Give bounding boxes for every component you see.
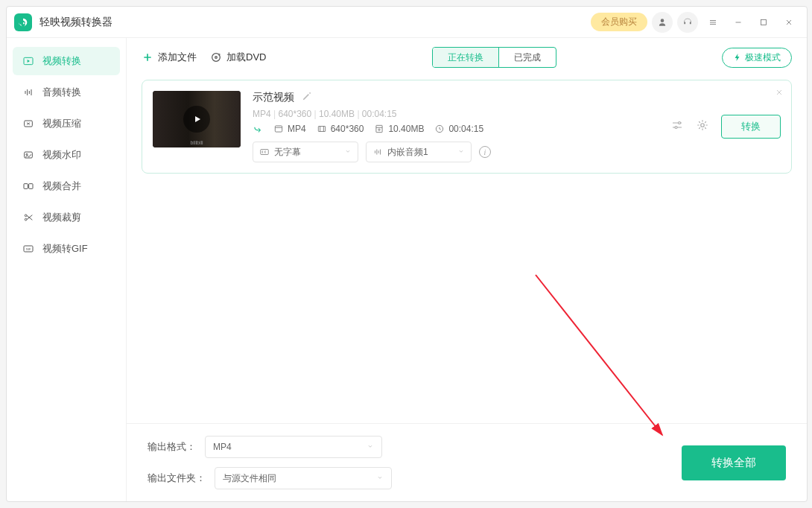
gear-icon[interactable] [696,118,709,135]
footer: 输出格式： MP4 输出文件夹： 与源文件相同 [127,423,807,501]
sidebar: 视频转换 音频转换 视频压缩 视频水印 视频合并 视频裁剪 [7,38,126,501]
play-icon [183,106,210,133]
svg-point-20 [675,127,677,129]
sidebar-item-label: 视频转换 [42,54,81,68]
svg-text:GIF: GIF [26,247,31,251]
convert-button[interactable]: 转换 [721,115,781,139]
audio-convert-icon [22,86,35,99]
source-spec: MP4 640*360 10.40MB 00:04:15 [253,109,659,119]
svg-point-8 [25,218,27,220]
out-format-seg: MP4 [273,124,306,134]
remove-item-icon[interactable] [775,86,784,100]
compress-icon [22,117,35,130]
app-title: 轻映视频转换器 [39,16,591,29]
size-icon [374,124,384,134]
status-tabs: 正在转换 已完成 [432,47,556,68]
video-title: 示范视频 [253,91,294,104]
sidebar-item-audio-convert[interactable]: 音频转换 [13,78,120,107]
convert-all-button[interactable]: 转换全部 [682,445,786,480]
out-size-seg: 10.40MB [374,124,424,134]
app-window: 轻映视频转换器 会员购买 视频转换 音频转换 视频压缩 [6,6,808,502]
out-dur-seg: 00:04:15 [434,124,483,134]
edit-title-icon[interactable] [302,91,312,104]
svg-point-7 [25,215,27,217]
audio-value: 内嵌音频1 [387,146,428,159]
file-meta: 示范视频 MP4 640*360 10.40MB 00:04:15 MP4 [253,91,659,162]
output-format-dropdown[interactable]: MP4 [205,436,382,458]
chevron-down-icon [367,442,374,452]
video-thumbnail[interactable]: bilibili [153,91,241,147]
sliders-icon[interactable] [670,118,684,135]
audio-dropdown[interactable]: 内嵌音频1 [366,142,472,162]
output-folder-dropdown[interactable]: 与源文件相同 [215,467,392,489]
svg-rect-18 [261,150,269,155]
info-icon[interactable]: i [479,146,491,158]
chevron-down-icon [344,147,352,157]
merge-icon [22,180,35,193]
output-format-value: MP4 [213,442,232,452]
subtitle-dropdown[interactable]: 无字幕 [253,142,358,162]
sidebar-item-label: 视频裁剪 [42,211,81,224]
dvd-icon [210,51,222,63]
add-file-button[interactable]: 添加文件 [142,51,197,64]
sidebar-item-video-convert[interactable]: 视频转换 [13,47,120,75]
close-icon[interactable] [778,12,799,33]
app-logo [14,13,32,31]
body: 视频转换 音频转换 视频压缩 视频水印 视频合并 视频裁剪 [7,38,807,501]
src-dur: 00:04:15 [357,109,396,119]
file-list: bilibili 示范视频 MP4 640*360 10.40MB 00:04:… [127,77,807,423]
sidebar-item-crop[interactable]: 视频裁剪 [13,203,120,232]
sidebar-item-label: 音频转换 [42,86,81,99]
cc-icon [259,147,270,157]
titlebar: 轻映视频转换器 会员购买 [7,7,807,38]
chevron-down-icon [376,473,384,483]
file-card: bilibili 示范视频 MP4 640*360 10.40MB 00:04:… [142,80,792,174]
gif-icon: GIF [22,242,35,255]
plus-icon [142,51,153,63]
sidebar-item-label: 视频水印 [42,148,81,162]
lightning-icon [733,53,742,62]
tab-done[interactable]: 已完成 [498,48,556,67]
output-folder-label: 输出文件夹： [148,472,206,485]
svg-rect-14 [318,127,325,132]
chevron-down-icon [457,147,465,157]
svg-point-12 [215,57,218,59]
maximize-icon[interactable] [753,12,774,33]
add-file-label: 添加文件 [158,51,197,64]
headset-icon[interactable] [677,12,698,33]
watermark-icon [22,148,35,162]
subtitle-value: 无字幕 [274,146,301,159]
output-spec: MP4 640*360 10.40MB 00:04:15 [253,124,659,134]
thumb-watermark: bilibili [190,140,203,145]
svg-point-19 [679,122,681,124]
sidebar-item-video-compress[interactable]: 视频压缩 [13,109,120,138]
sidebar-item-merge[interactable]: 视频合并 [13,172,120,200]
sidebar-item-watermark[interactable]: 视频水印 [13,141,120,169]
item-actions: 转换 [670,91,781,162]
clock-icon [434,124,445,134]
svg-point-21 [701,124,705,127]
sidebar-item-label: 视频合并 [42,180,81,193]
format-icon [273,124,284,134]
arrow-icon [253,124,263,134]
speed-mode-label: 极速模式 [745,51,781,64]
main: 添加文件 加载DVD 正在转换 已完成 极速模式 [126,38,807,501]
tab-converting[interactable]: 正在转换 [433,48,498,67]
vip-button[interactable]: 会员购买 [591,13,647,31]
svg-rect-5 [24,184,28,189]
sidebar-item-gif[interactable]: GIF 视频转GIF [13,235,120,263]
output-format-row: 输出格式： MP4 [148,436,392,458]
out-res-seg: 640*360 [317,124,364,134]
speed-mode-button[interactable]: 极速模式 [722,48,792,68]
minimize-icon[interactable] [728,12,749,33]
src-size: 10.40MB [314,109,355,119]
user-icon[interactable] [652,12,673,33]
src-res: 640*360 [273,109,311,119]
video-convert-icon [22,54,35,68]
track-selectors: 无字幕 内嵌音频1 i [253,142,659,162]
menu-icon[interactable] [702,12,723,33]
output-folder-value: 与源文件相同 [223,472,276,485]
crop-icon [22,211,35,224]
load-dvd-button[interactable]: 加载DVD [210,51,266,64]
svg-point-11 [212,54,221,62]
